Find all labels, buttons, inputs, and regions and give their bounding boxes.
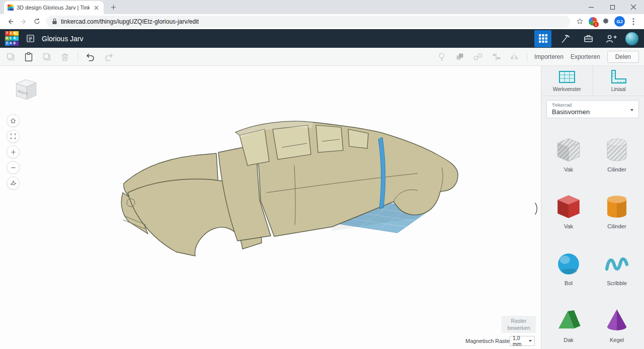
briefcase-icon[interactable]	[580, 30, 597, 47]
shape-label: Bol	[565, 280, 573, 286]
extension-badge: 1	[593, 22, 599, 27]
browser-menu-icon[interactable]	[627, 15, 640, 28]
workplane-icon	[558, 69, 576, 84]
shape-label: Kegel	[610, 337, 624, 343]
view-nav-controls	[7, 114, 20, 190]
paste-icon[interactable]	[23, 51, 34, 62]
fit-view-button[interactable]	[7, 130, 20, 143]
logo-row: KER	[5, 36, 19, 41]
forward-icon[interactable]	[17, 15, 30, 28]
shape-library-select[interactable]: Tinkercad Basisvormen	[546, 100, 639, 118]
window-minimize-button[interactable]	[581, 0, 602, 14]
ruler-label: Liniaal	[611, 86, 626, 92]
ruler-icon	[610, 69, 627, 84]
align-icon[interactable]	[491, 51, 502, 62]
ungroup-icon[interactable]	[472, 51, 484, 62]
undo-icon[interactable]	[85, 51, 96, 62]
zoom-in-button[interactable]	[7, 145, 20, 158]
chevron-down-icon	[630, 109, 633, 111]
address-bar[interactable]: tinkercad.com/things/iupgUZQIEtz-gloriou…	[46, 16, 570, 28]
cylinder-hole-icon	[602, 135, 631, 164]
tab-close-icon[interactable]	[93, 4, 100, 12]
chevron-down-icon	[529, 340, 532, 342]
shape-label: Dak	[564, 337, 574, 343]
snap-grid-select[interactable]: 1,0 mm	[510, 336, 535, 346]
cylinder-icon	[602, 192, 631, 221]
back-icon[interactable]	[4, 15, 17, 28]
shape-tile-dak[interactable]: Dak	[544, 306, 593, 343]
viewport-3d[interactable]: RIGHT	[0, 66, 541, 349]
account-avatar[interactable]	[625, 32, 639, 46]
shape-label: Cilinder	[607, 223, 626, 229]
shapes-panel-toggle[interactable]	[534, 30, 551, 47]
editor-toolbar: Importeren Exporteren Delen	[0, 48, 644, 66]
share-button[interactable]: Delen	[607, 51, 639, 63]
car-model[interactable]	[116, 117, 464, 268]
window-controls	[581, 0, 644, 14]
design-title[interactable]: Glorious Jarv	[42, 35, 83, 43]
collapse-panel-handle[interactable]	[533, 200, 540, 218]
browser-tab-bar: 3D design Glorious Jarv | Tinkerc	[0, 0, 644, 14]
cone-icon	[602, 306, 631, 335]
lock-icon	[52, 18, 57, 25]
window-maximize-button[interactable]	[602, 0, 623, 14]
import-button[interactable]: Importeren	[534, 53, 564, 60]
shape-label: Vak	[564, 223, 573, 229]
shape-tile-bol[interactable]: Bol	[544, 249, 593, 286]
snap-grid-label: Magnetisch Raster	[465, 338, 512, 344]
tab-title: 3D design Glorious Jarv | Tinkerc	[17, 5, 90, 11]
show-all-bulb-icon[interactable]	[436, 51, 447, 62]
shape-label: Scribble	[607, 280, 627, 286]
extension-icon[interactable]: 1	[586, 15, 599, 28]
refresh-icon[interactable]	[30, 15, 43, 28]
duplicate-icon[interactable]	[41, 51, 52, 62]
sphere-icon	[554, 249, 583, 278]
box-icon	[554, 192, 583, 221]
perspective-toggle-button[interactable]	[7, 177, 20, 190]
shape-gallery: Vak Cilinder Vak	[541, 118, 644, 343]
delete-trash-icon[interactable]	[59, 51, 70, 62]
tinkercad-logo[interactable]: TIN KER CAD	[5, 31, 19, 46]
workplane-tool[interactable]: Werkvenster	[541, 66, 593, 96]
logo-row: CAD	[5, 41, 19, 46]
edit-grid-button[interactable]: Raster bewerken	[502, 316, 536, 333]
design-properties-icon[interactable]	[24, 33, 36, 45]
shape-label: Cilinder	[607, 166, 626, 172]
tools-pickaxe-icon[interactable]	[557, 30, 574, 47]
browser-profile-avatar[interactable]: GJ	[614, 16, 625, 27]
box-hole-icon	[554, 135, 583, 164]
snap-grid-value: 1,0 mm	[513, 335, 529, 347]
shape-tile-vak-hole[interactable]: Vak	[544, 135, 593, 172]
shape-tile-scribble[interactable]: Scribble	[593, 249, 641, 286]
url-text: tinkercad.com/things/iupgUZQIEtz-gloriou…	[61, 18, 199, 25]
copy-icon[interactable]	[5, 51, 16, 62]
redo-icon[interactable]	[103, 51, 114, 62]
home-view-button[interactable]	[7, 114, 20, 127]
library-name: Basisvormen	[552, 108, 633, 116]
browser-address-bar: tinkercad.com/things/iupgUZQIEtz-gloriou…	[0, 14, 644, 29]
tinkercad-header: TIN KER CAD Glorious Jarv	[0, 29, 644, 48]
shape-tile-kegel[interactable]: Kegel	[593, 306, 641, 343]
bookmark-star-icon[interactable]	[573, 15, 586, 28]
extensions-puzzle-icon[interactable]	[599, 15, 612, 28]
shapes-panel: Werkvenster Liniaal Tinkercad Basisvorme…	[541, 66, 644, 349]
shape-tile-cilinder[interactable]: Cilinder	[593, 192, 641, 229]
export-button[interactable]: Exporteren	[571, 53, 600, 60]
shape-tile-vak[interactable]: Vak	[544, 192, 593, 229]
invite-person-icon[interactable]	[602, 30, 619, 47]
mirror-icon[interactable]	[509, 51, 520, 62]
library-brand: Tinkercad	[552, 103, 633, 108]
window-close-button[interactable]	[623, 0, 644, 14]
browser-tab[interactable]: 3D design Glorious Jarv | Tinkerc	[4, 1, 104, 14]
zoom-out-button[interactable]	[7, 161, 20, 174]
new-tab-button[interactable]	[107, 1, 120, 14]
tinkercad-favicon	[8, 5, 14, 11]
shape-tile-cilinder-hole[interactable]: Cilinder	[593, 135, 641, 172]
logo-row: TIN	[5, 31, 19, 36]
ruler-tool[interactable]: Liniaal	[593, 66, 644, 96]
group-icon[interactable]	[454, 51, 465, 62]
shape-label: Vak	[564, 166, 573, 172]
scribble-icon	[602, 249, 631, 278]
view-cube[interactable]: RIGHT	[11, 75, 40, 105]
workplane-label: Werkvenster	[553, 86, 581, 92]
